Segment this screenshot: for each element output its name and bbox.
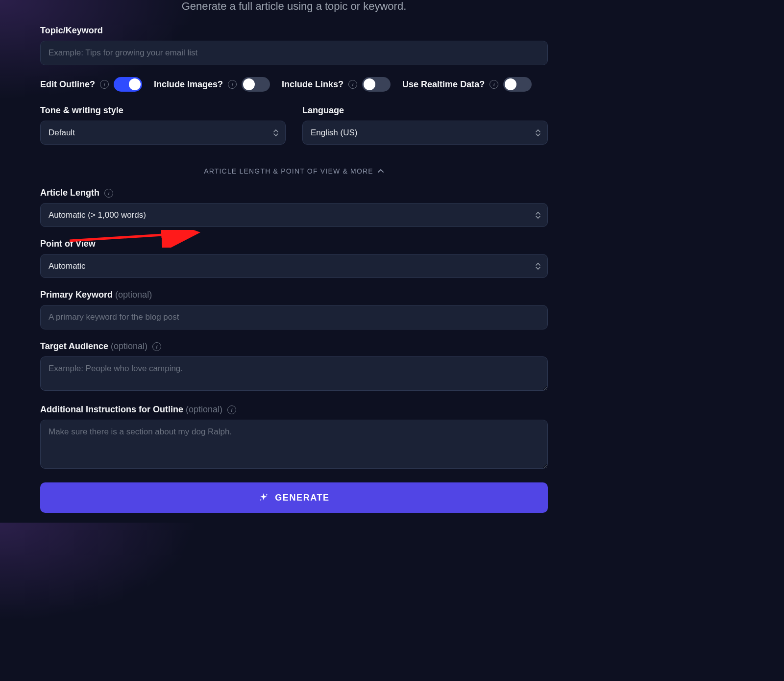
language-select[interactable]: English (US) bbox=[302, 121, 548, 145]
pov-select[interactable]: Automatic bbox=[40, 254, 548, 278]
tone-label: Tone & writing style bbox=[40, 105, 286, 116]
info-icon[interactable]: i bbox=[490, 80, 498, 89]
info-icon[interactable]: i bbox=[104, 189, 113, 198]
edit-outline-label: Edit Outline? bbox=[40, 79, 95, 90]
instructions-input[interactable] bbox=[40, 420, 548, 469]
expand-more-options[interactable]: ARTICLE LENGTH & POINT OF VIEW & MORE bbox=[40, 167, 548, 175]
pov-field: Point of View Automatic bbox=[40, 239, 548, 278]
info-icon[interactable]: i bbox=[100, 80, 109, 89]
topic-label: Topic/Keyword bbox=[40, 25, 548, 36]
target-audience-input[interactable] bbox=[40, 356, 548, 391]
realtime-group: Use Realtime Data? i bbox=[402, 77, 532, 92]
topic-field: Topic/Keyword bbox=[40, 25, 548, 65]
edit-outline-toggle[interactable] bbox=[114, 77, 142, 92]
sparkle-icon bbox=[258, 492, 269, 503]
info-icon[interactable]: i bbox=[227, 405, 236, 414]
primary-keyword-label: Primary Keyword (optional) bbox=[40, 290, 152, 300]
instructions-field: Additional Instructions for Outline (opt… bbox=[40, 404, 548, 471]
article-length-select[interactable]: Automatic (> 1,000 words) bbox=[40, 203, 548, 227]
include-images-label: Include Images? bbox=[154, 79, 223, 90]
tone-select[interactable]: Default bbox=[40, 121, 286, 145]
info-icon[interactable]: i bbox=[348, 80, 357, 89]
realtime-toggle[interactable] bbox=[503, 77, 532, 92]
tone-field: Tone & writing style Default bbox=[40, 105, 286, 145]
info-icon[interactable]: i bbox=[152, 342, 161, 351]
info-icon[interactable]: i bbox=[228, 80, 237, 89]
include-links-group: Include Links? i bbox=[282, 77, 391, 92]
target-audience-field: Target Audience (optional) i bbox=[40, 341, 548, 393]
include-images-toggle[interactable] bbox=[242, 77, 270, 92]
pov-label: Point of View bbox=[40, 239, 548, 249]
primary-keyword-field: Primary Keyword (optional) bbox=[40, 290, 548, 329]
generate-button[interactable]: GENERATE bbox=[40, 482, 548, 513]
target-audience-label: Target Audience (optional) bbox=[40, 341, 147, 352]
topic-input[interactable] bbox=[40, 41, 548, 65]
page-subtitle: Generate a full article using a topic or… bbox=[40, 0, 548, 13]
article-length-field: Article Length i Automatic (> 1,000 word… bbox=[40, 188, 548, 227]
generate-button-label: GENERATE bbox=[275, 493, 329, 503]
edit-outline-group: Edit Outline? i bbox=[40, 77, 142, 92]
article-length-label: Article Length bbox=[40, 188, 99, 198]
include-links-toggle[interactable] bbox=[362, 77, 391, 92]
chevron-up-icon bbox=[377, 167, 384, 175]
realtime-label: Use Realtime Data? bbox=[402, 79, 485, 90]
instructions-label: Additional Instructions for Outline (opt… bbox=[40, 404, 222, 415]
expander-label: ARTICLE LENGTH & POINT OF VIEW & MORE bbox=[204, 167, 373, 175]
include-links-label: Include Links? bbox=[282, 79, 343, 90]
primary-keyword-input[interactable] bbox=[40, 305, 548, 329]
language-field: Language English (US) bbox=[302, 105, 548, 145]
include-images-group: Include Images? i bbox=[154, 77, 270, 92]
toggle-row: Edit Outline? i Include Images? i Includ… bbox=[40, 77, 548, 92]
language-label: Language bbox=[302, 105, 548, 116]
